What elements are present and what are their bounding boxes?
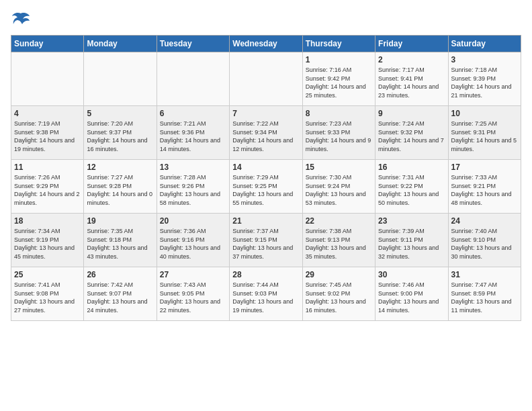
day-info: Sunrise: 7:30 AM Sunset: 9:24 PM Dayligh… xyxy=(306,173,372,207)
day-info: Sunrise: 7:34 AM Sunset: 9:19 PM Dayligh… xyxy=(14,227,81,261)
calendar-cell: 2Sunrise: 7:17 AM Sunset: 9:41 PM Daylig… xyxy=(375,52,448,106)
day-number: 15 xyxy=(306,163,372,172)
day-number: 12 xyxy=(87,163,153,172)
day-number: 17 xyxy=(451,163,518,172)
day-info: Sunrise: 7:47 AM Sunset: 8:59 PM Dayligh… xyxy=(451,281,518,314)
logo-icon xyxy=(11,11,31,30)
logo xyxy=(11,11,34,30)
calendar-cell xyxy=(84,52,157,106)
day-number: 23 xyxy=(378,216,445,226)
calendar-cell: 27Sunrise: 7:43 AM Sunset: 9:05 PM Dayli… xyxy=(157,267,229,321)
calendar-cell: 16Sunrise: 7:31 AM Sunset: 9:22 PM Dayli… xyxy=(375,160,448,214)
day-number: 14 xyxy=(232,163,299,172)
day-number: 6 xyxy=(160,109,226,118)
calendar-cell: 29Sunrise: 7:45 AM Sunset: 9:02 PM Dayli… xyxy=(302,267,375,321)
day-info: Sunrise: 7:28 AM Sunset: 9:26 PM Dayligh… xyxy=(160,173,226,207)
calendar-cell: 13Sunrise: 7:28 AM Sunset: 9:26 PM Dayli… xyxy=(157,160,229,214)
day-number: 19 xyxy=(87,216,153,226)
calendar-table: SundayMondayTuesdayWednesdayThursdayFrid… xyxy=(11,35,521,321)
weekday-saturday: Saturday xyxy=(448,36,521,52)
calendar-cell: 21Sunrise: 7:37 AM Sunset: 9:15 PM Dayli… xyxy=(230,214,302,267)
weekday-wednesday: Wednesday xyxy=(230,36,302,52)
day-info: Sunrise: 7:37 AM Sunset: 9:15 PM Dayligh… xyxy=(232,227,299,261)
day-info: Sunrise: 7:29 AM Sunset: 9:25 PM Dayligh… xyxy=(232,173,299,207)
day-info: Sunrise: 7:31 AM Sunset: 9:22 PM Dayligh… xyxy=(378,173,445,207)
weekday-monday: Monday xyxy=(84,36,157,52)
day-info: Sunrise: 7:25 AM Sunset: 9:31 PM Dayligh… xyxy=(451,120,518,153)
calendar-cell: 14Sunrise: 7:29 AM Sunset: 9:25 PM Dayli… xyxy=(230,160,302,214)
day-number: 21 xyxy=(232,216,299,226)
calendar-cell: 9Sunrise: 7:24 AM Sunset: 9:32 PM Daylig… xyxy=(375,106,448,160)
calendar-cell: 3Sunrise: 7:18 AM Sunset: 9:39 PM Daylig… xyxy=(448,52,521,106)
day-info: Sunrise: 7:19 AM Sunset: 9:38 PM Dayligh… xyxy=(14,120,81,153)
calendar-cell: 25Sunrise: 7:41 AM Sunset: 9:08 PM Dayli… xyxy=(11,267,84,321)
calendar-cell: 26Sunrise: 7:42 AM Sunset: 9:07 PM Dayli… xyxy=(84,267,157,321)
calendar-week-5: 25Sunrise: 7:41 AM Sunset: 9:08 PM Dayli… xyxy=(11,267,521,321)
calendar-week-1: 1Sunrise: 7:16 AM Sunset: 9:42 PM Daylig… xyxy=(11,52,521,106)
day-number: 4 xyxy=(14,109,81,118)
day-info: Sunrise: 7:38 AM Sunset: 9:13 PM Dayligh… xyxy=(306,227,372,261)
day-number: 9 xyxy=(378,109,445,118)
day-info: Sunrise: 7:16 AM Sunset: 9:42 PM Dayligh… xyxy=(306,66,372,99)
day-info: Sunrise: 7:27 AM Sunset: 9:28 PM Dayligh… xyxy=(87,173,153,207)
day-info: Sunrise: 7:45 AM Sunset: 9:02 PM Dayligh… xyxy=(306,281,372,314)
calendar-cell: 1Sunrise: 7:16 AM Sunset: 9:42 PM Daylig… xyxy=(302,52,375,106)
day-info: Sunrise: 7:39 AM Sunset: 9:11 PM Dayligh… xyxy=(378,227,445,261)
day-number: 30 xyxy=(378,270,445,279)
day-number: 28 xyxy=(232,270,299,279)
day-number: 7 xyxy=(232,109,299,118)
day-info: Sunrise: 7:20 AM Sunset: 9:37 PM Dayligh… xyxy=(87,120,153,153)
day-number: 18 xyxy=(14,216,81,226)
day-number: 10 xyxy=(451,109,518,118)
day-info: Sunrise: 7:42 AM Sunset: 9:07 PM Dayligh… xyxy=(87,281,153,314)
day-number: 16 xyxy=(378,163,445,172)
day-number: 13 xyxy=(160,163,226,172)
calendar-cell: 10Sunrise: 7:25 AM Sunset: 9:31 PM Dayli… xyxy=(448,106,521,160)
calendar-cell xyxy=(157,52,229,106)
calendar-body: 1Sunrise: 7:16 AM Sunset: 9:42 PM Daylig… xyxy=(11,52,521,321)
weekday-friday: Friday xyxy=(375,36,448,52)
day-number: 24 xyxy=(451,216,518,226)
calendar-cell: 20Sunrise: 7:36 AM Sunset: 9:16 PM Dayli… xyxy=(157,214,229,267)
day-info: Sunrise: 7:26 AM Sunset: 9:29 PM Dayligh… xyxy=(14,173,81,207)
day-info: Sunrise: 7:17 AM Sunset: 9:41 PM Dayligh… xyxy=(378,66,445,99)
calendar-cell: 22Sunrise: 7:38 AM Sunset: 9:13 PM Dayli… xyxy=(302,214,375,267)
calendar-cell: 24Sunrise: 7:40 AM Sunset: 9:10 PM Dayli… xyxy=(448,214,521,267)
day-info: Sunrise: 7:44 AM Sunset: 9:03 PM Dayligh… xyxy=(232,281,299,314)
calendar-cell: 6Sunrise: 7:21 AM Sunset: 9:36 PM Daylig… xyxy=(157,106,229,160)
page-header xyxy=(11,11,521,30)
day-info: Sunrise: 7:24 AM Sunset: 9:32 PM Dayligh… xyxy=(378,120,445,153)
day-info: Sunrise: 7:40 AM Sunset: 9:10 PM Dayligh… xyxy=(451,227,518,261)
day-info: Sunrise: 7:33 AM Sunset: 9:21 PM Dayligh… xyxy=(451,173,518,207)
day-number: 27 xyxy=(160,270,226,279)
day-number: 29 xyxy=(306,270,372,279)
day-info: Sunrise: 7:22 AM Sunset: 9:34 PM Dayligh… xyxy=(232,120,299,153)
calendar-cell: 8Sunrise: 7:23 AM Sunset: 9:33 PM Daylig… xyxy=(302,106,375,160)
day-info: Sunrise: 7:35 AM Sunset: 9:18 PM Dayligh… xyxy=(87,227,153,261)
calendar-week-2: 4Sunrise: 7:19 AM Sunset: 9:38 PM Daylig… xyxy=(11,106,521,160)
weekday-thursday: Thursday xyxy=(302,36,375,52)
weekday-header-row: SundayMondayTuesdayWednesdayThursdayFrid… xyxy=(11,36,521,52)
calendar-cell: 11Sunrise: 7:26 AM Sunset: 9:29 PM Dayli… xyxy=(11,160,84,214)
calendar-cell: 17Sunrise: 7:33 AM Sunset: 9:21 PM Dayli… xyxy=(448,160,521,214)
calendar-cell: 12Sunrise: 7:27 AM Sunset: 9:28 PM Dayli… xyxy=(84,160,157,214)
day-number: 8 xyxy=(306,109,372,118)
day-number: 1 xyxy=(306,55,372,64)
calendar-cell: 30Sunrise: 7:46 AM Sunset: 9:00 PM Dayli… xyxy=(375,267,448,321)
day-number: 22 xyxy=(306,216,372,226)
day-number: 20 xyxy=(160,216,226,226)
day-number: 26 xyxy=(87,270,153,279)
calendar-week-4: 18Sunrise: 7:34 AM Sunset: 9:19 PM Dayli… xyxy=(11,214,521,267)
calendar-cell: 31Sunrise: 7:47 AM Sunset: 8:59 PM Dayli… xyxy=(448,267,521,321)
weekday-sunday: Sunday xyxy=(11,36,84,52)
calendar-cell: 5Sunrise: 7:20 AM Sunset: 9:37 PM Daylig… xyxy=(84,106,157,160)
calendar-cell: 23Sunrise: 7:39 AM Sunset: 9:11 PM Dayli… xyxy=(375,214,448,267)
day-info: Sunrise: 7:43 AM Sunset: 9:05 PM Dayligh… xyxy=(160,281,226,314)
calendar-cell xyxy=(230,52,302,106)
day-info: Sunrise: 7:46 AM Sunset: 9:00 PM Dayligh… xyxy=(378,281,445,314)
calendar-cell: 15Sunrise: 7:30 AM Sunset: 9:24 PM Dayli… xyxy=(302,160,375,214)
day-info: Sunrise: 7:21 AM Sunset: 9:36 PM Dayligh… xyxy=(160,120,226,153)
day-number: 2 xyxy=(378,55,445,64)
calendar-cell: 7Sunrise: 7:22 AM Sunset: 9:34 PM Daylig… xyxy=(230,106,302,160)
calendar-week-3: 11Sunrise: 7:26 AM Sunset: 9:29 PM Dayli… xyxy=(11,160,521,214)
